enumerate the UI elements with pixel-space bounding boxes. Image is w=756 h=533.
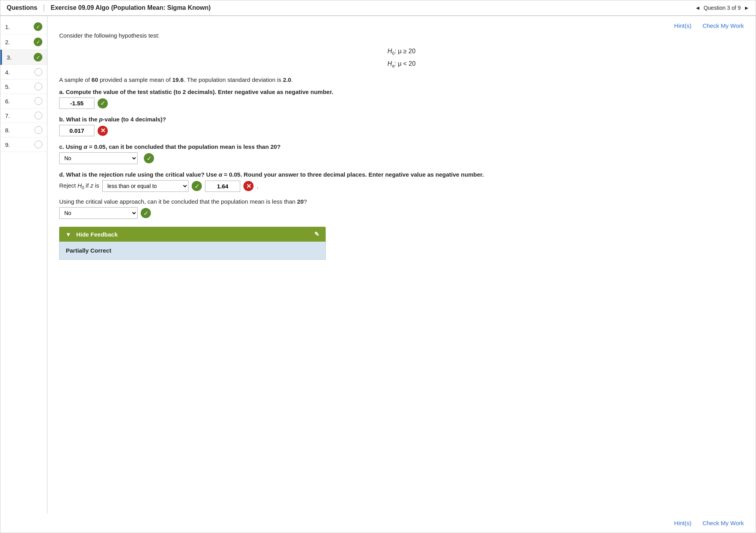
part-b: b. What is the p-value (to 4 decimals)? … (59, 116, 744, 136)
sidebar-item-1[interactable]: 1. ✓ (0, 19, 47, 34)
page-container: Questions Exercise 09.09 Algo (Populatio… (0, 0, 756, 533)
part-c-correct-icon: ✓ (144, 153, 154, 163)
question-nav: ◄ Question 3 of 9 ► (695, 5, 749, 11)
sidebar-status-9 (34, 141, 42, 148)
reject-period: . (257, 183, 258, 190)
sidebar-item-label-3: 3. (7, 54, 12, 61)
sidebar-item-label-1: 1. (5, 23, 10, 30)
sidebar-item-7[interactable]: 7. (0, 108, 47, 123)
part-a-input-row: ✓ (59, 98, 744, 109)
sidebar-item-6[interactable]: 6. (0, 94, 47, 108)
sidebar-item-label-6: 6. (5, 98, 10, 105)
header: Questions Exercise 09.09 Algo (Populatio… (0, 0, 756, 16)
question-counter: Question 3 of 9 (703, 5, 741, 11)
prev-question-button[interactable]: ◄ (695, 5, 700, 11)
h0-formula: H0: μ ≥ 20 (59, 45, 744, 58)
part-d: d. What is the rejection rule using the … (59, 171, 744, 219)
hints-link-top[interactable]: Hint(s) (674, 22, 691, 29)
sidebar-item-4[interactable]: 4. (0, 65, 47, 79)
top-links: Hint(s) Check My Work (59, 22, 744, 29)
sidebar-status-1: ✓ (34, 22, 42, 31)
sidebar-status-4 (34, 68, 42, 76)
sidebar-item-label-9: 9. (5, 141, 10, 148)
reject-value-input[interactable] (205, 181, 240, 192)
sidebar-item-3[interactable]: 3. ✓ (0, 50, 47, 65)
part-b-label: b. What is the p-value (to 4 decimals)? (59, 116, 744, 123)
hints-link-bottom[interactable]: Hint(s) (674, 520, 691, 526)
bottom-links: Hint(s) Check My Work (0, 513, 756, 533)
questions-label: Questions (7, 4, 44, 11)
reject-prefix: Reject H0 if z is (59, 182, 99, 190)
part-b-input-row: ✕ (59, 125, 744, 136)
part-c-select[interactable]: No Yes (59, 152, 138, 164)
sidebar-item-2[interactable]: 2. ✓ (0, 34, 47, 50)
sample-description: A sample of 60 provided a sample mean of… (59, 76, 744, 83)
sidebar-item-9[interactable]: 9. (0, 137, 47, 152)
part-a: a. Compute the value of the test statist… (59, 89, 744, 109)
exercise-title: Exercise 09.09 Algo (Population Mean: Si… (51, 4, 695, 11)
content-area: Hint(s) Check My Work Consider the follo… (47, 16, 756, 513)
feedback-box: ▼ Hide Feedback ✎ Partially Correct (59, 227, 326, 260)
critical-select[interactable]: No Yes (59, 207, 138, 219)
main-layout: 1. ✓ 2. ✓ 3. ✓ 4. 5. 6. (0, 16, 756, 513)
feedback-content: Partially Correct (59, 242, 326, 260)
feedback-bar[interactable]: ▼ Hide Feedback ✎ (59, 227, 326, 242)
reject-value-incorrect-icon: ✕ (243, 181, 254, 191)
sidebar-status-2: ✓ (34, 38, 42, 46)
reject-dropdown-correct-icon: ✓ (192, 181, 202, 191)
critical-question-text: Using the critical value approach, can i… (59, 198, 744, 205)
part-c: c. Using α = 0.05, can it be concluded t… (59, 143, 744, 164)
part-a-input[interactable] (59, 98, 94, 109)
part-c-label: c. Using α = 0.05, can it be concluded t… (59, 143, 744, 150)
sidebar: 1. ✓ 2. ✓ 3. ✓ 4. 5. 6. (0, 16, 47, 513)
feedback-bar-label: ▼ Hide Feedback (65, 231, 118, 238)
critical-input-row: No Yes ✓ (59, 207, 744, 219)
feedback-triangle: ▼ (65, 231, 71, 238)
sidebar-status-7 (34, 112, 42, 119)
part-a-label: a. Compute the value of the test statist… (59, 89, 744, 95)
sidebar-status-5 (34, 83, 42, 90)
reject-row: Reject H0 if z is less than or equal to … (59, 180, 744, 192)
check-my-work-link-top[interactable]: Check My Work (702, 22, 744, 29)
sidebar-item-8[interactable]: 8. (0, 123, 47, 137)
check-my-work-link-bottom[interactable]: Check My Work (702, 520, 744, 526)
next-question-button[interactable]: ► (744, 5, 749, 11)
sidebar-item-5[interactable]: 5. (0, 79, 47, 94)
feedback-result: Partially Correct (66, 247, 111, 254)
sidebar-status-6 (34, 97, 42, 105)
critical-correct-icon: ✓ (141, 208, 151, 218)
sidebar-item-label-5: 5. (5, 83, 10, 90)
sidebar-status-8 (34, 126, 42, 134)
reject-dropdown[interactable]: less than or equal to greater than or eq… (102, 180, 189, 192)
sidebar-item-label-7: 7. (5, 112, 10, 119)
sidebar-status-3: ✓ (34, 53, 42, 61)
sidebar-item-label-2: 2. (5, 39, 10, 45)
part-b-input[interactable] (59, 125, 94, 136)
sidebar-item-label-4: 4. (5, 69, 10, 76)
part-c-input-row: No Yes ✓ (59, 152, 744, 164)
part-b-incorrect-icon: ✕ (98, 126, 108, 136)
part-a-correct-icon: ✓ (98, 98, 108, 108)
question-intro: Consider the following hypothesis test: (59, 32, 744, 39)
ha-formula: Ha: μ < 20 (59, 58, 744, 70)
sidebar-item-label-8: 8. (5, 127, 10, 134)
hypothesis-block: H0: μ ≥ 20 Ha: μ < 20 (59, 45, 744, 70)
part-d-label: d. What is the rejection rule using the … (59, 171, 744, 178)
feedback-edit-icon: ✎ (314, 231, 319, 238)
